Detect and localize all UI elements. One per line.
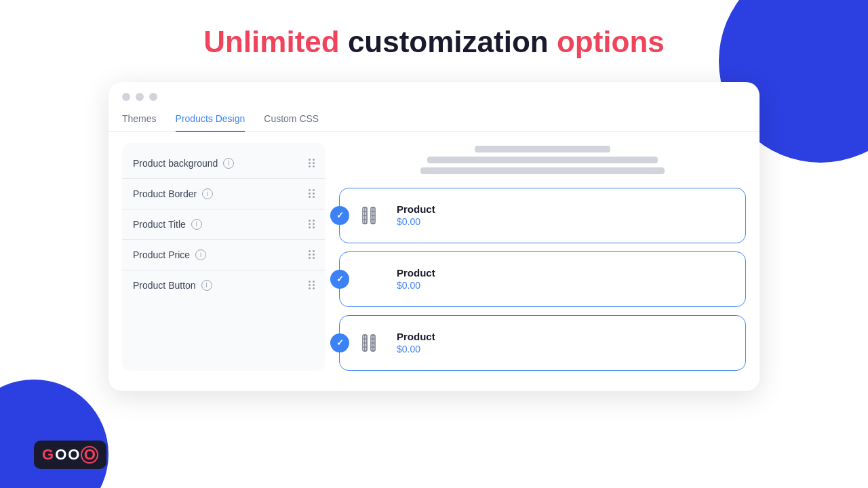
tab-products-design[interactable]: Products Design (176, 108, 245, 132)
preview-panel: ✓ (339, 143, 746, 371)
product-button-label: Product Button (133, 280, 196, 291)
settings-item-product-background[interactable]: Product background i (122, 148, 326, 179)
logo-box: G O O O (34, 441, 106, 469)
product-button-drag-icon[interactable] (309, 281, 315, 289)
product-icon-area-2 (353, 263, 386, 296)
product-title-drag-icon[interactable] (309, 220, 315, 228)
product-icon-svg-1 (356, 202, 383, 229)
product-border-drag-icon[interactable] (309, 189, 315, 198)
product-border-info-icon: i (202, 188, 213, 199)
skeleton-line-2 (427, 157, 658, 163)
skeleton-line-3 (420, 167, 665, 174)
settings-item-product-title[interactable]: Product Title i (122, 209, 326, 240)
product-background-drag-icon[interactable] (309, 159, 315, 167)
check-badge-3: ✓ (330, 333, 349, 352)
product-background-info-icon: i (223, 158, 234, 169)
skeleton-search (339, 143, 746, 174)
product-card-3: ✓ (339, 315, 746, 371)
logo-g: G (42, 446, 54, 464)
browser-card: Themes Products Design Custom CSS Produc… (108, 82, 760, 391)
product-price-3: $0.00 (397, 344, 435, 354)
tab-custom-css[interactable]: Custom CSS (264, 108, 319, 132)
card-body: Product background i Product Border i (108, 143, 760, 371)
settings-panel: Product background i Product Border i (122, 143, 326, 371)
headline-options: options (557, 25, 665, 58)
product-icon-svg-3 (356, 329, 383, 357)
product-title-label: Product Title (133, 219, 186, 230)
logo-o2: O (68, 446, 79, 464)
product-button-info-icon: i (201, 280, 212, 291)
headline-customization: customization (340, 25, 557, 58)
tab-themes[interactable]: Themes (122, 108, 157, 132)
product-list: ✓ (339, 188, 746, 371)
product-name-3: Product (397, 331, 435, 342)
skeleton-line-1 (475, 146, 610, 152)
product-price-drag-icon[interactable] (309, 250, 315, 259)
logo-area: G O O O (34, 441, 106, 469)
check-badge-2: ✓ (330, 270, 349, 289)
product-name-2: Product (397, 267, 435, 279)
product-price-1: $0.00 (397, 216, 435, 227)
headline: Unlimited customization options (203, 24, 665, 60)
page-content: Unlimited customization options Themes P… (0, 0, 868, 488)
product-info-3: Product $0.00 (397, 331, 435, 354)
product-price-info-icon: i (195, 249, 206, 260)
tabs-bar: Themes Products Design Custom CSS (108, 108, 760, 132)
check-badge-1: ✓ (330, 206, 349, 225)
product-info-1: Product $0.00 (397, 203, 435, 227)
product-border-label: Product Border (133, 188, 197, 199)
product-icon-area-1 (353, 199, 386, 232)
product-title-info-icon: i (191, 219, 202, 230)
headline-unlimited: Unlimited (203, 25, 339, 58)
settings-item-product-border[interactable]: Product Border i (122, 179, 326, 209)
product-info-2: Product $0.00 (397, 267, 435, 291)
settings-item-product-button[interactable]: Product Button i (122, 270, 326, 300)
product-card-1: ✓ (339, 188, 746, 243)
product-price-2: $0.00 (397, 280, 435, 291)
browser-dot-2 (136, 93, 144, 101)
product-card-2: ✓ Product $0.00 (339, 251, 746, 307)
product-price-label: Product Price (133, 249, 190, 260)
browser-dot-3 (149, 93, 157, 101)
logo-o3: O (81, 446, 98, 464)
browser-chrome (108, 82, 760, 108)
product-icon-area-3 (353, 327, 386, 359)
product-name-1: Product (397, 203, 435, 215)
browser-dot-1 (122, 93, 130, 101)
logo-o1: O (55, 446, 66, 464)
product-background-label: Product background (133, 158, 218, 169)
settings-item-product-price[interactable]: Product Price i (122, 240, 326, 270)
